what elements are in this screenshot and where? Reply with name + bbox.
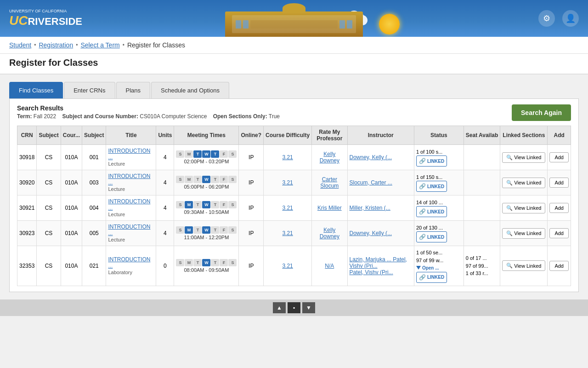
rmp-link[interactable]: Kelly Downey: [320, 151, 339, 164]
breadcrumb-student[interactable]: Student: [9, 41, 31, 49]
section-type: Lecture: [108, 237, 125, 242]
day-btn-T: T: [211, 201, 219, 208]
breadcrumb-registration[interactable]: Registration: [39, 41, 73, 49]
cell-status: 1 of 100 s... 🔗 LINKED: [414, 145, 464, 170]
tab-plans[interactable]: Plans: [116, 82, 151, 98]
rmp-link[interactable]: Kelly Downey: [320, 227, 339, 240]
difficulty-link[interactable]: 3.21: [282, 205, 293, 211]
course-title-link[interactable]: INTRODUCTION ...: [108, 148, 150, 161]
day-btn-F: F: [220, 150, 228, 158]
instructor-link[interactable]: Downey, Kelly (...: [350, 230, 392, 236]
settings-button[interactable]: ⚙: [538, 10, 555, 27]
cell-units: 4: [156, 145, 174, 170]
cell-title: INTRODUCTION ... Lecture: [106, 196, 156, 221]
linked-badge[interactable]: 🔗 LINKED: [416, 272, 447, 283]
cell-instructor: Slocum, Carter ...: [347, 170, 414, 196]
cell-subject: CS: [37, 145, 61, 170]
link-icon: 🔗: [419, 273, 426, 282]
day-btn-S: S: [176, 201, 184, 208]
cell-status: 14 of 100 ... 🔗 LINKED: [414, 196, 464, 221]
tab-enter-crns[interactable]: Enter CRNs: [64, 82, 115, 98]
course-title-link[interactable]: INTRODUCTION ...: [108, 198, 150, 211]
status-cell: 14 of 100 ... 🔗 LINKED: [416, 199, 462, 218]
page-prev-button[interactable]: ▲: [273, 302, 286, 313]
add-button[interactable]: Add: [549, 261, 569, 271]
cell-linked-sections: 🔍 View Linked: [500, 145, 548, 170]
view-linked-button[interactable]: 🔍 View Linked: [502, 228, 545, 239]
instructor-link-2[interactable]: Patel, Vishv (Pri...: [350, 269, 393, 276]
cell-section: 003: [82, 170, 106, 196]
rmp-link[interactable]: N/A: [325, 263, 334, 269]
seat-line2: 97 of 99...: [466, 262, 498, 270]
cell-instructor: Miller, Kristen (...: [347, 196, 414, 221]
view-linked-button[interactable]: 🔍 View Linked: [502, 152, 545, 163]
link-icon: 🔗: [419, 207, 426, 216]
link-icon: 🔗: [419, 182, 426, 190]
meeting-time-text: 05:00PM - 06:20PM: [176, 184, 237, 190]
linked-badge[interactable]: 🔗 LINKED: [416, 181, 447, 192]
cell-instructor: Lazin, Marjuka ... Patel, Vishv (Pri...P…: [347, 246, 414, 286]
course-title-link[interactable]: INTRODUCTION ...: [108, 256, 150, 269]
view-linked-button[interactable]: 🔍 View Linked: [502, 260, 545, 271]
course-title-link[interactable]: INTRODUCTION ...: [108, 224, 150, 236]
user-button[interactable]: 👤: [562, 10, 579, 27]
view-linked-button[interactable]: 🔍 View Linked: [502, 203, 545, 213]
rmp-link[interactable]: Carter Slocum: [320, 176, 339, 189]
campus-art: [225, 12, 363, 37]
col-instructor: Instructor: [347, 126, 414, 145]
day-btn-T: T: [193, 201, 202, 208]
meeting-time-text: 09:30AM - 10:50AM: [176, 209, 237, 215]
col-online: Online?: [239, 126, 264, 145]
page-title-bar: Register for Classes: [0, 54, 588, 75]
day-btn-F: F: [220, 201, 228, 208]
cell-status: 1 of 150 s... 🔗 LINKED: [414, 170, 464, 196]
page-next-button[interactable]: ▼: [302, 302, 315, 313]
cell-meeting-times: SMTWTFS 11:00AM - 12:20PM: [174, 221, 239, 246]
campus-building-group: [225, 12, 363, 37]
header-icons: ⚙ 👤: [538, 10, 579, 27]
rmp-link[interactable]: Kris Miller: [317, 205, 342, 211]
instructor-link[interactable]: Miller, Kristen (...: [350, 205, 390, 211]
difficulty-link[interactable]: 3.21: [282, 154, 293, 161]
search-panel: Search Results Term: Fall 2022 Subject a…: [9, 99, 579, 292]
cell-crn: 30921: [17, 196, 37, 221]
linked-badge[interactable]: 🔗 LINKED: [416, 231, 447, 242]
status-seats: 20 of 130 ...: [416, 224, 462, 232]
page-mid-button[interactable]: ▪: [288, 302, 300, 313]
course-title-link[interactable]: INTRODUCTION ...: [108, 173, 150, 186]
difficulty-link[interactable]: 3.21: [282, 263, 293, 269]
search-again-button[interactable]: Search Again: [512, 104, 571, 121]
linked-badge[interactable]: 🔗 LINKED: [416, 155, 447, 167]
breadcrumb-dot-3: •: [123, 42, 124, 48]
instructor-link[interactable]: Downey, Kelly (...: [350, 154, 392, 161]
cell-crn: 30918: [17, 145, 37, 170]
add-button[interactable]: Add: [549, 178, 569, 188]
search-info: Search Results Term: Fall 2022 Subject a…: [17, 104, 280, 120]
page-title: Register for Classes: [9, 58, 579, 68]
col-meeting-times: Meeting Times: [174, 126, 239, 145]
tab-schedule-options[interactable]: Schedule and Options: [151, 82, 229, 98]
breadcrumb-select-term[interactable]: Select a Term: [80, 41, 119, 49]
cell-seat-avail: [464, 196, 500, 221]
cell-crn: 30920: [17, 170, 37, 196]
add-button[interactable]: Add: [549, 203, 569, 213]
add-button[interactable]: Add: [549, 228, 569, 238]
search-meta: Term: Fall 2022 Subject and Course Numbe…: [17, 113, 280, 120]
meeting-time-text: 02:00PM - 03:20PM: [176, 159, 237, 164]
instructor-link[interactable]: Slocum, Carter ...: [350, 179, 392, 186]
breadcrumb: Student • Registration • Select a Term •…: [0, 37, 588, 54]
difficulty-link[interactable]: 3.21: [282, 179, 293, 186]
cell-status: 20 of 130 ... 🔗 LINKED: [414, 221, 464, 246]
table-row: 32353 CS 010A 021 INTRODUCTION ... Labor…: [17, 246, 571, 286]
linked-badge[interactable]: 🔗 LINKED: [416, 206, 447, 217]
difficulty-link[interactable]: 3.21: [282, 230, 293, 236]
tab-find-classes[interactable]: Find Classes: [9, 82, 63, 98]
status-cell: 1 of 50 se... 97 of 99 w... Open ... 🔗 L…: [416, 249, 462, 283]
day-btn-S: S: [176, 259, 184, 266]
main-content: Find Classes Enter CRNs Plans Schedule a…: [0, 75, 588, 299]
day-btn-S: S: [228, 259, 237, 266]
view-linked-button[interactable]: 🔍 View Linked: [502, 178, 545, 188]
add-button[interactable]: Add: [549, 152, 569, 162]
cell-units: 4: [156, 221, 174, 246]
instructor-link[interactable]: Lazin, Marjuka ... Patel, Vishv (Pri...: [350, 256, 407, 269]
